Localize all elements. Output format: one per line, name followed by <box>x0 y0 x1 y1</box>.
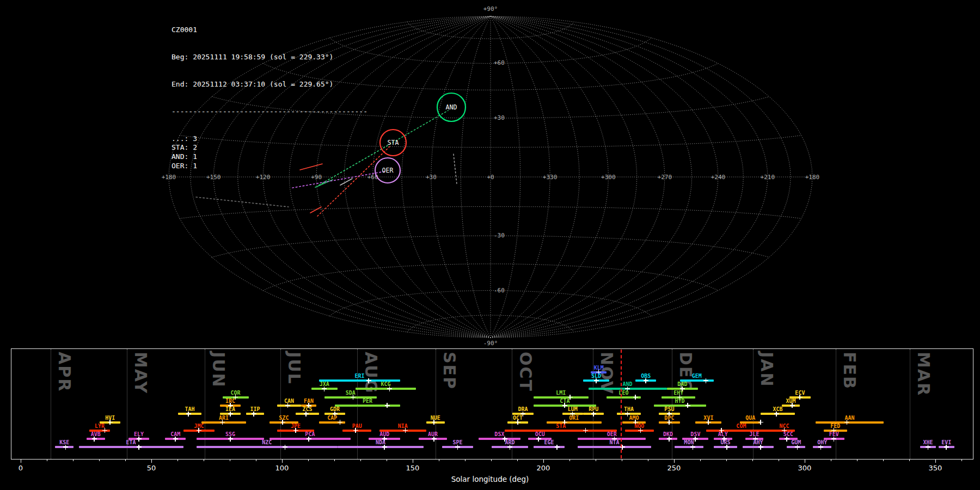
peak-marker <box>92 437 97 442</box>
peak-marker <box>633 395 638 400</box>
peak-marker <box>220 420 225 425</box>
minor-tick <box>387 460 387 461</box>
peak-marker <box>283 445 287 450</box>
tick-label: 200 <box>532 464 554 472</box>
major-tick <box>413 460 413 463</box>
shower-label-lyr: LYR <box>84 424 115 429</box>
minor-tick <box>569 460 570 461</box>
minor-tick <box>622 460 622 461</box>
peak-marker <box>758 420 763 425</box>
count-line: ...: 3 <box>171 134 367 144</box>
peak-marker <box>322 387 327 391</box>
latitude-label: +30 <box>494 114 505 121</box>
peak-marker <box>285 403 290 408</box>
minor-tick <box>125 460 126 461</box>
peak-marker <box>667 420 672 425</box>
shower-label-sta: STA <box>546 424 576 429</box>
peak-marker <box>795 445 800 450</box>
south-pole-label: -90° <box>483 340 498 347</box>
meteor-track <box>454 154 457 184</box>
minor-tick <box>961 460 962 461</box>
peak-marker <box>690 445 695 450</box>
peak-marker <box>432 420 437 425</box>
peak-marker <box>591 412 596 416</box>
grid-meridian <box>491 16 743 338</box>
peak-marker <box>667 437 672 442</box>
begin-time: Beg: 20251111 19:58:59 (sol = 229.33°) <box>171 53 367 62</box>
month-label: JUN <box>209 352 228 388</box>
major-tick <box>674 460 675 463</box>
count-line: OER: 1 <box>171 162 367 171</box>
minor-tick <box>596 460 596 461</box>
separator-line: ----------------------------------------… <box>171 107 367 117</box>
info-block: CZ0001 Beg: 20251111 19:58:59 (sol = 229… <box>171 8 367 180</box>
major-tick <box>935 460 936 463</box>
minor-tick <box>909 460 910 461</box>
grid-parallel <box>180 207 801 219</box>
minor-tick <box>648 460 648 461</box>
major-tick <box>282 460 283 463</box>
meteor-radiant-plot-window: { "info": { "station": "CZ0001", "beg": … <box>0 0 980 490</box>
peak-marker <box>228 437 233 442</box>
tick-label: 0 <box>10 464 32 472</box>
peak-marker <box>137 445 142 450</box>
shower-label-mon: MON <box>673 440 704 445</box>
month-gridline <box>910 349 910 459</box>
shower-bar-eta <box>79 446 183 448</box>
peak-marker <box>703 378 708 383</box>
minor-tick <box>439 460 439 461</box>
month-label: SEP <box>440 352 459 390</box>
minor-tick <box>204 460 204 461</box>
shower-bar-ege <box>534 446 565 448</box>
peak-marker <box>594 378 599 383</box>
minor-tick <box>752 460 753 461</box>
minor-tick <box>491 460 492 461</box>
minor-tick <box>726 460 727 461</box>
peak-marker <box>353 428 358 433</box>
peak-marker <box>516 420 520 425</box>
shower-bar-nda <box>338 446 424 448</box>
minor-tick <box>779 460 779 461</box>
station-id: CZ0001 <box>171 26 367 35</box>
peak-marker <box>944 445 949 450</box>
peak-marker <box>685 403 690 408</box>
minor-tick <box>47 460 47 461</box>
peak-marker <box>432 437 437 442</box>
current-sol-marker <box>621 350 622 458</box>
month-label: FEB <box>840 352 859 390</box>
peak-marker <box>403 428 408 433</box>
longitude-label: +270 <box>658 174 672 181</box>
peak-marker <box>63 445 68 450</box>
longitude-label: +300 <box>601 174 616 181</box>
tick-label: 100 <box>271 464 293 472</box>
shower-label-eta: ETA <box>116 440 146 445</box>
count-line: AND: 1 <box>171 152 367 162</box>
meteor-track <box>310 207 321 213</box>
sky-map: +180+150+120+90+60+30+0+330+300+270+240+… <box>0 0 980 348</box>
shower-label-per: PER <box>352 399 383 404</box>
minor-tick <box>465 460 465 461</box>
tick-label: 300 <box>794 464 816 472</box>
shower-label-dsx: DSX <box>484 432 514 437</box>
tick-label: 50 <box>140 464 162 472</box>
peak-marker <box>387 387 392 391</box>
grid-meridian <box>491 16 768 338</box>
tick-label: 250 <box>663 464 685 472</box>
month-label: OCT <box>516 352 535 392</box>
peak-marker <box>926 445 930 450</box>
latitude-label: -30 <box>494 232 505 239</box>
longitude-label: +0 <box>487 174 494 181</box>
month-label: APR <box>55 352 74 392</box>
count-line: STA: 2 <box>171 143 367 152</box>
month-label: JUL <box>285 352 304 385</box>
minor-tick <box>857 460 857 461</box>
month-label: JAN <box>757 352 776 388</box>
radiant-label-and: AND <box>446 103 457 111</box>
shower-bar-nzc <box>197 446 338 448</box>
minor-tick <box>360 460 361 461</box>
longitude-label: +330 <box>543 174 558 181</box>
major-tick <box>151 460 152 463</box>
radiant-label-oer: OER <box>382 167 394 174</box>
shower-label-com: COM <box>726 424 756 429</box>
major-tick <box>543 460 544 463</box>
